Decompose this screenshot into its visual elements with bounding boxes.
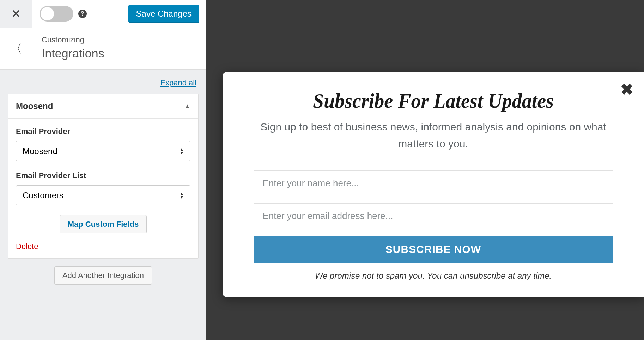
close-icon: ✖ <box>620 81 633 98</box>
toggle-knob <box>41 7 54 20</box>
email-list-select-wrap: Customers ▲▼ <box>16 185 190 205</box>
integration-panel: Moosend ▲ Email Provider Moosend ▲▼ Emai… <box>8 94 199 259</box>
panel-body: Email Provider Moosend ▲▼ Email Provider… <box>8 119 198 258</box>
popup-title: Subscribe For Latest Updates <box>247 90 619 112</box>
chevron-left-icon: 〈 <box>10 41 22 57</box>
close-customizer-button[interactable]: ✕ <box>0 0 32 28</box>
header-controls: ? Save Changes <box>32 0 206 28</box>
caret-up-icon: ▲ <box>184 103 190 110</box>
delete-link[interactable]: Delete <box>16 242 38 251</box>
enable-toggle[interactable] <box>40 6 73 22</box>
panel-title: Moosend <box>16 101 53 111</box>
title-row: 〈 Customizing Integrations <box>0 28 206 70</box>
subscribe-button[interactable]: SUBSCRIBE NOW <box>254 236 613 263</box>
title-block: Customizing Integrations <box>32 28 206 69</box>
email-list-label: Email Provider List <box>16 171 190 180</box>
name-input[interactable] <box>254 170 613 196</box>
map-custom-fields-button[interactable]: Map Custom Fields <box>60 215 147 233</box>
email-provider-select[interactable]: Moosend <box>16 141 190 161</box>
email-list-select[interactable]: Customers <box>16 185 190 205</box>
back-button[interactable]: 〈 <box>0 28 32 69</box>
email-provider-label: Email Provider <box>16 127 190 136</box>
panel-header[interactable]: Moosend ▲ <box>8 94 198 119</box>
subscribe-popup: ✖ Subscribe For Latest Updates Sign up t… <box>223 72 644 297</box>
email-provider-select-wrap: Moosend ▲▼ <box>16 141 190 161</box>
popup-footnote: We promise not to spam you. You can unsu… <box>247 271 619 281</box>
help-icon[interactable]: ? <box>78 10 87 18</box>
page-title: Integrations <box>42 47 197 60</box>
preview-area: ✖ Subscribe For Latest Updates Sign up t… <box>206 0 644 340</box>
expand-row: Expand all <box>0 70 206 94</box>
customizer-sidebar: ✕ ? Save Changes 〈 Customizing Integrati… <box>0 0 206 340</box>
popup-close-button[interactable]: ✖ <box>620 80 633 98</box>
sidebar-header: ✕ ? Save Changes <box>0 0 206 28</box>
email-input[interactable] <box>254 203 613 229</box>
add-integration-button[interactable]: Add Another Integration <box>54 266 152 285</box>
close-icon: ✕ <box>11 7 21 20</box>
save-button[interactable]: Save Changes <box>128 5 199 23</box>
breadcrumb: Customizing <box>42 35 197 44</box>
expand-all-link[interactable]: Expand all <box>160 78 196 87</box>
popup-subtitle: Sign up to best of business news, inform… <box>247 119 619 152</box>
subscribe-form: SUBSCRIBE NOW <box>254 170 613 263</box>
